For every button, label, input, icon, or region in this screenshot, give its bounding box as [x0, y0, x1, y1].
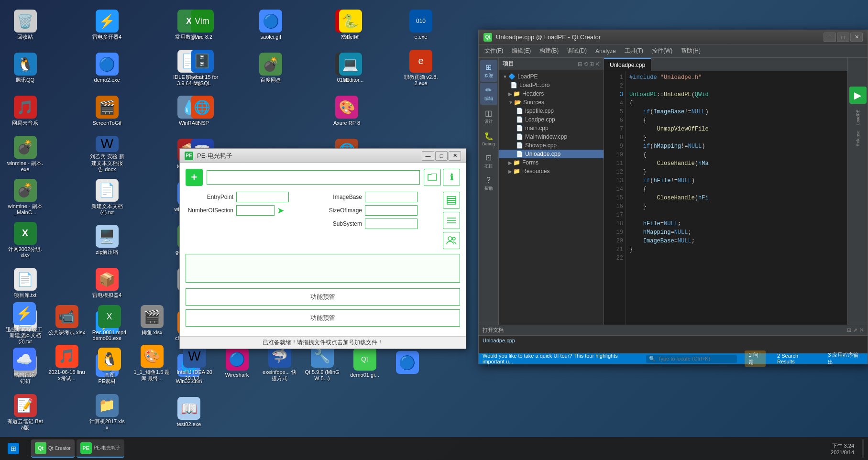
desktop-icon-qq[interactable]: 🐧 腾讯QQ [5, 48, 45, 88]
pe-imagebase-input[interactable] [365, 192, 418, 202]
desktop-icon-linux[interactable]: 🐧 画图 [89, 343, 130, 383]
line-num-4: 4 [606, 99, 623, 108]
qt-menu-build[interactable]: 构建(B) [536, 45, 562, 56]
qt-tab-unloadpe[interactable]: Unloadpe.cpp [604, 58, 651, 71]
qt-tree-forms[interactable]: ▶ 📁 Forms [499, 158, 604, 167]
pe-table-button[interactable] [443, 192, 460, 209]
qt-panel-expand-icon[interactable]: ⊞ [589, 61, 594, 67]
line-num-1: 1 [606, 73, 623, 82]
taskbar-start[interactable]: ⊞ [4, 439, 23, 458]
qt-menu-file[interactable]: 文件(F) [481, 45, 507, 56]
qt-search-input[interactable] [658, 356, 734, 361]
qt-sidebar-project[interactable]: ⊡ 项目 [480, 150, 497, 172]
pe-users-button[interactable] [443, 232, 460, 249]
qt-menu-debug[interactable]: 调试(D) [563, 45, 591, 56]
desktop-icon-drawing[interactable]: 🎨 1_1_鲫鱼1.5 题库-最终... [132, 343, 172, 383]
desktop-icon-demo2[interactable]: 🔵 demo2.exe [87, 48, 127, 88]
desktop-icon-ensp[interactable]: 🌐 eNSP [182, 91, 222, 131]
qt-tree-main-cpp[interactable]: 📄 main.cpp [499, 124, 604, 132]
pe-path-input[interactable] [207, 170, 420, 185]
qt-titlebar[interactable]: Qt Unloadpe.cpp @ LoadPE - Qt Creator — … [479, 30, 868, 44]
qt-menu-help[interactable]: 帮助(H) [677, 45, 704, 56]
desktop-icon-rec-mp4[interactable]: 🎬 鲫鱼.xlsx [132, 300, 172, 341]
pe-minimize-button[interactable]: — [422, 151, 434, 161]
pe-add-button[interactable]: + [186, 169, 203, 186]
qt-bottom-file-label[interactable]: Unloadpe.cpp [483, 338, 515, 343]
qt-sidebar-help[interactable]: ? 帮助 [480, 173, 497, 195]
desktop-icon-docx[interactable]: W 刘乙兵 实验 新建文本文档报告.docx [87, 134, 127, 175]
qt-code-content[interactable]: #include "Unloadpe.h" UnLoadPE::UnLoadPE… [626, 71, 847, 325]
pe-info-button[interactable]: ℹ [443, 169, 460, 186]
desktop-icon-recycle[interactable]: 🗑️ 回收站 [5, 5, 45, 45]
qt-tree-headers[interactable]: ▶ 📁 Headers [499, 89, 604, 98]
qt-bottom-close-icon[interactable]: ✕ [859, 327, 864, 333]
taskbar-qt-creator[interactable]: Qt Qt Creator [31, 439, 75, 458]
qt-maximize-button[interactable]: □ [837, 33, 849, 42]
qt-panel-filter-icon[interactable]: ⊟ [578, 61, 582, 67]
qt-tree-root[interactable]: ▼ 🔷 LoadPE [499, 72, 604, 81]
desktop-icon-screentogif[interactable]: 🎬 ScreenToGif [87, 91, 127, 131]
qt-menu-analyze[interactable]: Analyze [592, 46, 620, 56]
qt-tree-sources[interactable]: ▼ 📂 Sources [499, 98, 604, 107]
pe-list-button[interactable] [443, 212, 460, 229]
qt-bottom-float-icon[interactable]: ⇗ [853, 327, 857, 333]
desktop-icon-kugo[interactable]: 🎵 2021-06-15 linux考试... [46, 343, 87, 383]
qt-menu-edit[interactable]: 编辑(E) [508, 45, 535, 56]
qt-tree-mainwindow-cpp[interactable]: 📄 Mainwindow.cpp [499, 132, 604, 141]
desktop-icon-winmine[interactable]: 💣 winmine - 副本.exe [5, 134, 45, 175]
qt-minimize-button[interactable]: — [824, 33, 836, 42]
pe-func-btn-1[interactable]: 功能预留 [186, 288, 460, 306]
qt-menu-tools[interactable]: 工具(T) [621, 45, 647, 56]
pe-close-button[interactable]: ✕ [449, 151, 461, 161]
desktop-icon-txt4[interactable]: 📄 新建文本文档(4).txt [87, 177, 127, 218]
qt-close-button[interactable]: ✕ [850, 33, 863, 42]
qt-sidebar-design[interactable]: ◫ 设计 [480, 106, 497, 128]
qt-project-panel: 项目 ⊟ ⟲ ⊞ ✕ ▼ 🔷 LoadPE [499, 58, 604, 325]
pe-sizeofimage-input[interactable] [365, 205, 418, 216]
qt-tree-unloadpe-cpp[interactable]: 📄 Unloadpe.cpp [499, 150, 604, 158]
qt-tree-loadpe-cpp[interactable]: 📄 Loadpe.cpp [499, 115, 604, 124]
desktop-icon-eexe[interactable]: e 职教雨滴 v2.8.2.exe [401, 48, 441, 88]
qt-run-button[interactable]: ▶ [849, 87, 867, 104]
qt-release-build-label[interactable]: Release [856, 131, 860, 146]
desktop-icon-navicat[interactable]: 🗄️ Navicat 15 for MySQL [182, 48, 222, 88]
qt-panel-sync-icon[interactable]: ⟲ [583, 61, 588, 67]
desktop-icon-excel[interactable]: X 计网2002分组.xlsx [5, 220, 45, 261]
pe-dialog-titlebar[interactable]: PE PE-电光耗子 — □ ✕ [180, 149, 466, 163]
desktop-icon-public-xlsx[interactable]: X Rec 0001.mp4 [89, 300, 130, 341]
qt-app-output-badge[interactable]: 3 应用程序输出 [824, 350, 864, 367]
desktop-icon-vim[interactable]: Vim gVim 8.2 [182, 5, 222, 45]
desktop-icon-idle[interactable]: 🐍 Xshell⑥ [330, 5, 371, 45]
desktop-icon-xunlei[interactable]: ⚡ 迅捷屏幕录像工具 [4, 300, 44, 341]
qt-panel-close-icon[interactable]: ✕ [595, 61, 600, 67]
qt-loadpe-build-label[interactable]: LoadPE [856, 110, 860, 125]
qt-label: demo01.gi... [350, 372, 379, 378]
qt-menu-widgets[interactable]: 控件(W) [648, 45, 676, 56]
qt-tree-resources[interactable]: ▶ 📁 Resources [499, 167, 604, 175]
desktop-icon-baidu[interactable]: ☁️ 酷狗音乐 [4, 343, 44, 383]
qt-tree-showpe-cpp[interactable]: 📄 Showpe.cpp [499, 141, 604, 150]
qt-tree-lspefile[interactable]: 📄 lspefile.cpp [499, 107, 604, 115]
taskbar-show-desktop[interactable] [862, 439, 864, 458]
qt-sidebar-debug[interactable]: 🐛 Debug [480, 129, 497, 149]
qt-tree-loadpe-pro[interactable]: 📄 LoadPE.pro [499, 81, 604, 89]
qt-sidebar-edit[interactable]: ✏ 编辑 [480, 83, 497, 105]
qt-sidebar-welcome[interactable]: ⊞ 欢迎 [480, 60, 497, 82]
pe-entrypoint-input[interactable] [236, 192, 289, 202]
desktop-icon-leidi[interactable]: ⚡ 雷电多开器4 [87, 5, 127, 45]
qt-search-results-badge[interactable]: 2 Search Results [773, 352, 816, 365]
taskbar-pe-tool[interactable]: PE PE-电光耗子 [77, 439, 125, 458]
pe-numberofsection-input[interactable] [236, 205, 275, 216]
pe-maximize-button[interactable]: □ [435, 151, 448, 161]
desktop-icon-xshell[interactable]: 💻 010Editor... [330, 48, 371, 88]
qt-bottom-expand-icon[interactable]: ⊞ [847, 327, 851, 333]
desktop-icon-screen-rec[interactable]: 📹 公共课考试 xlsx [46, 300, 87, 341]
pe-subsystem-input[interactable] [365, 219, 418, 229]
desktop-icon-mypc[interactable]: 🖥️ zip解压缩 [87, 220, 127, 261]
pe-folder-button[interactable] [424, 169, 441, 186]
desktop-icon-winmine2[interactable]: 💣 winmine - 副本_MainC... [5, 177, 45, 218]
pe-func-btn-2[interactable]: 功能预留 [186, 309, 460, 327]
desktop-icon-music[interactable]: 🎵 网易云音乐 [5, 91, 45, 131]
qt-problems-badge[interactable]: 1 问题 [745, 350, 766, 367]
desktop-icon-010editor[interactable]: 010 e.exe [401, 5, 441, 45]
